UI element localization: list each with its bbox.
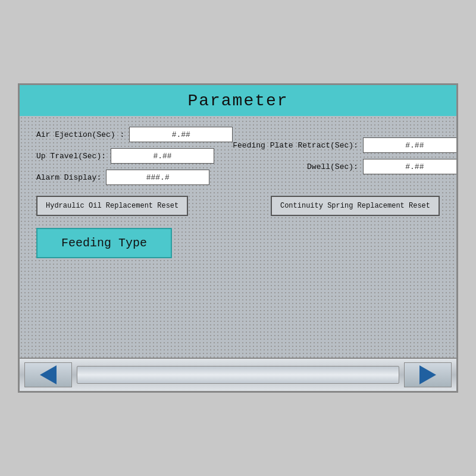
feeding-plate-label: Feeding Plate Retract(Sec):: [233, 141, 358, 150]
main-frame: Parameter Air Ejection(Sec) : Up Travel(…: [18, 83, 458, 393]
alarm-display-group: Alarm Display:: [36, 170, 233, 185]
air-ejection-group: Air Ejection(Sec) :: [36, 127, 233, 142]
left-arrow-icon: [40, 365, 57, 384]
feeding-type-row: Feeding Type: [36, 222, 440, 258]
params-row-1: Air Ejection(Sec) : Up Travel(Sec): Alar…: [36, 127, 440, 185]
header: Parameter: [20, 85, 456, 116]
up-travel-label: Up Travel(Sec):: [36, 152, 106, 161]
left-params: Air Ejection(Sec) : Up Travel(Sec): Alar…: [36, 127, 233, 185]
right-arrow-icon: [419, 365, 436, 384]
spacer: [36, 264, 440, 350]
feeding-type-button[interactable]: Feeding Type: [36, 228, 172, 258]
nav-left-button[interactable]: [24, 362, 72, 387]
right-params: Feeding Plate Retract(Sec): Dwell(Sec):: [233, 137, 458, 174]
hydraulic-reset-button[interactable]: Hydraulic Oil Replacement Reset: [36, 196, 188, 216]
air-ejection-input[interactable]: [129, 127, 233, 142]
continuity-reset-button[interactable]: Continuity Spring Replacement Reset: [271, 196, 440, 216]
up-travel-group: Up Travel(Sec):: [36, 148, 233, 164]
nav-right-button[interactable]: [404, 362, 452, 387]
navigation-bar: [20, 358, 456, 391]
content-area: Air Ejection(Sec) : Up Travel(Sec): Alar…: [20, 116, 456, 358]
alarm-display-label: Alarm Display:: [36, 173, 101, 182]
dwell-input[interactable]: [363, 159, 458, 174]
air-ejection-label: Air Ejection(Sec) :: [36, 130, 124, 139]
dwell-label: Dwell(Sec):: [307, 162, 358, 171]
nav-slider[interactable]: [77, 366, 399, 384]
up-travel-input[interactable]: [111, 148, 214, 164]
feeding-plate-input[interactable]: [363, 137, 458, 153]
feeding-plate-group: Feeding Plate Retract(Sec):: [233, 137, 458, 153]
dwell-group: Dwell(Sec):: [307, 159, 458, 174]
reset-buttons-row: Hydraulic Oil Replacement Reset Continui…: [36, 196, 440, 216]
alarm-display-input[interactable]: [106, 170, 209, 185]
page-title: Parameter: [187, 92, 288, 110]
